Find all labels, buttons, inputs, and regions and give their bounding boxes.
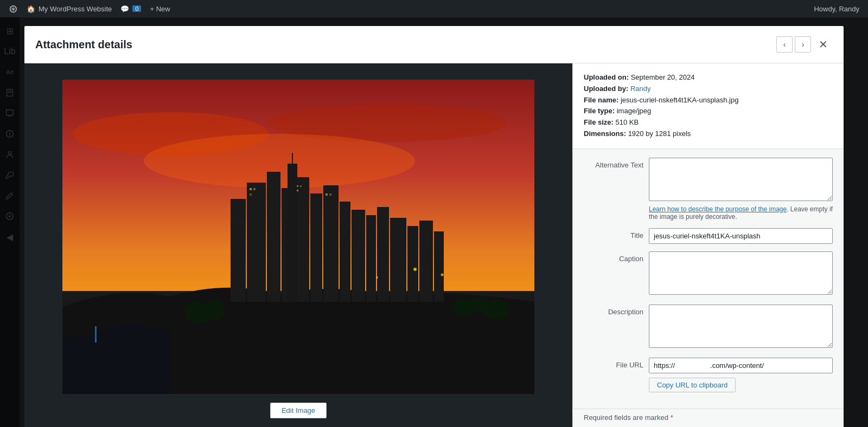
admin-bar: ⊛ 🏠 My WordPress Website 💬 0 + New Howdy… (0, 0, 868, 17)
file-type-label: File type: (584, 107, 615, 115)
dimensions: Dimensions: 1920 by 1281 pixels (584, 128, 833, 140)
admin-bar-new[interactable]: + New (145, 0, 174, 17)
image-area: Edit Image (24, 63, 572, 427)
file-type: File type: image/jpeg (584, 106, 833, 117)
svg-point-47 (483, 300, 509, 320)
file-type-value: image/jpeg (617, 107, 652, 115)
alt-text-help: Learn how to describe the purpose of the… (649, 205, 833, 221)
svg-point-40 (441, 274, 444, 276)
svg-point-39 (413, 268, 417, 271)
new-label: + New (150, 5, 170, 13)
svg-rect-24 (377, 207, 389, 302)
site-name: My WordPress Website (39, 5, 112, 13)
uploaded-by-label: Uploaded by: (584, 85, 628, 93)
close-icon: ✕ (819, 39, 828, 50)
description-input[interactable] (649, 305, 833, 348)
file-size-label: File size: (584, 118, 614, 126)
svg-rect-35 (300, 185, 302, 187)
user-greeting: Howdy, Randy (814, 5, 859, 13)
svg-rect-14 (231, 199, 246, 302)
alt-text-label: Alternative Text (584, 158, 643, 169)
attachment-meta: Uploaded on: September 20, 2024 Uploaded… (573, 63, 844, 149)
modal-next-button[interactable]: › (795, 36, 811, 53)
svg-rect-22 (352, 210, 365, 302)
svg-point-41 (376, 276, 378, 279)
svg-rect-28 (434, 231, 444, 302)
uploaded-on-label: Uploaded on: (584, 73, 629, 81)
admin-bar-user: Howdy, Randy (809, 0, 864, 17)
alt-text-input-wrap: Learn how to describe the purpose of the… (649, 158, 833, 221)
svg-rect-29 (288, 164, 297, 302)
svg-rect-20 (323, 185, 339, 302)
svg-rect-23 (366, 215, 376, 302)
required-notice: Required fields are marked * (573, 409, 844, 426)
svg-rect-42 (95, 326, 97, 342)
uploaded-on-value: September 20, 2024 (631, 73, 695, 81)
file-name: File name: jesus-curiel-nskeft4t1KA-unsp… (584, 95, 833, 106)
svg-rect-25 (390, 218, 406, 302)
modal-close-button[interactable]: ✕ (813, 35, 833, 54)
admin-bar-comments[interactable]: 💬 0 (116, 0, 145, 17)
title-input[interactable] (649, 228, 833, 244)
svg-rect-21 (340, 202, 350, 302)
dimensions-value: 1920 by 1281 pixels (628, 130, 691, 138)
title-field-row: Title (584, 228, 833, 244)
svg-rect-19 (310, 193, 322, 302)
svg-rect-37 (326, 193, 328, 196)
svg-rect-15 (247, 183, 266, 302)
caption-field-row: Caption (584, 251, 833, 297)
attachment-image (62, 80, 534, 394)
svg-rect-38 (329, 193, 331, 196)
modal-overlay: Attachment details ‹ › ✕ (0, 17, 868, 427)
comments-count: 0 (132, 5, 141, 12)
uploaded-by: Uploaded by: Randy (584, 83, 833, 95)
chevron-right-icon: › (802, 40, 805, 49)
file-size-value: 510 KB (616, 118, 639, 126)
description-label: Description (584, 305, 643, 316)
modal-header-actions: ‹ › ✕ (776, 35, 833, 54)
edit-image-button[interactable]: Edit Image (270, 403, 327, 418)
file-url-input[interactable] (649, 358, 833, 373)
svg-rect-16 (267, 172, 280, 302)
file-url-label: File URL (584, 358, 643, 369)
edit-image-wrapper: Edit Image (270, 403, 327, 418)
alt-text-help-link[interactable]: Learn how to describe the purpose of the… (649, 205, 787, 213)
admin-bar-howdy[interactable]: Howdy, Randy (809, 0, 864, 17)
caption-label: Caption (584, 251, 643, 263)
comments-icon: 💬 (120, 5, 129, 13)
modal-body: Edit Image Uploaded on: September 20, 20… (24, 63, 844, 427)
svg-rect-32 (253, 188, 256, 190)
title-label: Title (584, 228, 643, 240)
attachment-fields: Alternative Text Learn how to describe t… (573, 149, 844, 409)
wp-logo-icon[interactable]: ⊛ (4, 2, 22, 15)
caption-input[interactable] (649, 251, 833, 295)
dimensions-label: Dimensions: (584, 130, 626, 138)
caption-input-wrap (649, 251, 833, 297)
svg-point-44 (203, 300, 225, 320)
alt-text-input[interactable] (649, 158, 833, 201)
modal-prev-button[interactable]: ‹ (776, 36, 793, 53)
file-url-field-row: File URL Copy URL to clipboard (584, 358, 833, 392)
svg-rect-33 (250, 193, 252, 196)
admin-bar-home[interactable]: 🏠 My WordPress Website (22, 0, 116, 17)
file-url-input-wrap: Copy URL to clipboard (649, 358, 833, 392)
uploaded-on: Uploaded on: September 20, 2024 (584, 72, 833, 83)
uploaded-by-link[interactable]: Randy (630, 85, 651, 93)
required-asterisk: * (671, 413, 673, 422)
svg-rect-30 (292, 153, 293, 165)
title-input-wrap (649, 228, 833, 244)
chevron-left-icon: ‹ (783, 40, 786, 49)
description-field-row: Description (584, 305, 833, 350)
attachment-details-modal: Attachment details ‹ › ✕ (24, 26, 844, 427)
modal-title: Attachment details (35, 38, 132, 51)
description-input-wrap (649, 305, 833, 350)
copy-url-button[interactable]: Copy URL to clipboard (649, 378, 736, 392)
file-name-label: File name: (584, 96, 618, 104)
details-panel: Uploaded on: September 20, 2024 Uploaded… (572, 63, 844, 427)
modal-header: Attachment details ‹ › ✕ (24, 26, 844, 63)
file-name-value: jesus-curiel-nskeft4t1KA-unsplash.jpg (621, 96, 739, 104)
svg-rect-31 (250, 188, 252, 190)
svg-rect-27 (419, 221, 433, 302)
svg-rect-34 (297, 185, 298, 187)
svg-rect-36 (297, 190, 298, 191)
